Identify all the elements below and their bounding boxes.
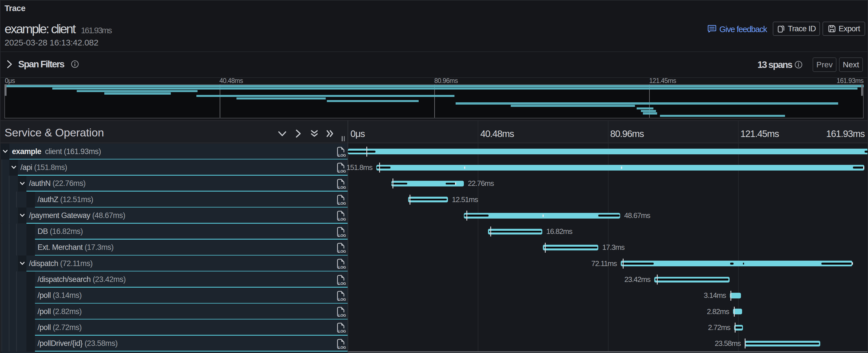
svg-text:LOG: LOG (339, 217, 346, 221)
svg-text:LOG: LOG (339, 345, 346, 349)
svg-text:LOG: LOG (339, 249, 346, 253)
svg-text:LOG: LOG (339, 185, 346, 189)
svg-text:LOG: LOG (339, 329, 346, 333)
svg-text:LOG: LOG (339, 233, 346, 237)
svg-text:LOG: LOG (339, 281, 346, 285)
svg-text:LOG: LOG (339, 201, 346, 205)
svg-text:LOG: LOG (339, 313, 346, 318)
svg-text:LOG: LOG (339, 153, 346, 157)
svg-text:LOG: LOG (339, 297, 346, 301)
svg-text:LOG: LOG (339, 265, 346, 269)
